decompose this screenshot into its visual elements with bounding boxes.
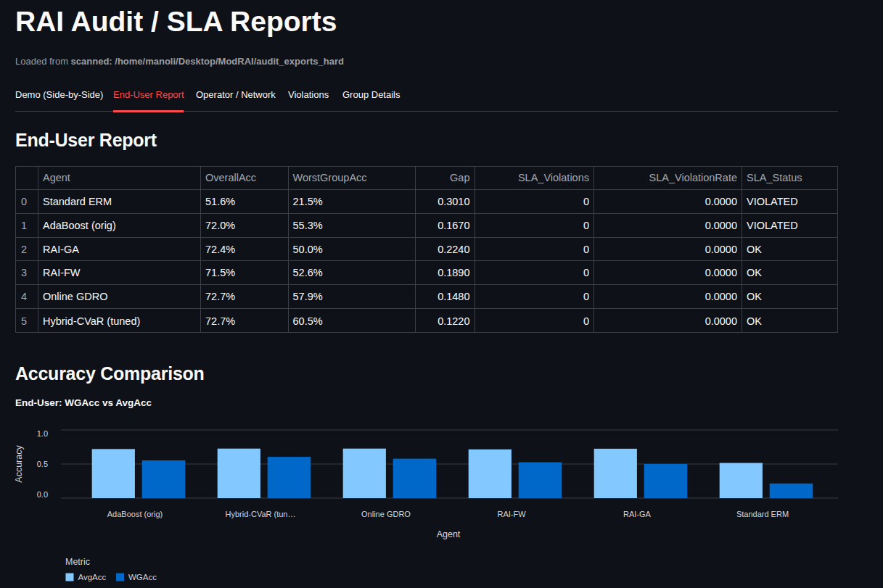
svg-text:Agent: Agent [437,529,461,539]
svg-text:Hybrid-CVaR (tun…: Hybrid-CVaR (tun… [226,510,296,518]
svg-text:AdaBoost (orig): AdaBoost (orig) [107,510,163,518]
svg-text:WGAcc: WGAcc [128,573,157,581]
svg-text:Metric: Metric [65,557,90,567]
svg-text:RAI-FW: RAI-FW [497,510,526,518]
svg-text:0.0: 0.0 [37,490,48,499]
svg-text:Online GDRO: Online GDRO [361,510,411,518]
svg-text:AvgAcc: AvgAcc [78,573,107,581]
svg-text:RAI-GA: RAI-GA [623,510,652,518]
svg-text:0.5: 0.5 [37,460,48,468]
svg-text:Accuracy: Accuracy [14,445,24,483]
svg-text:1.0: 1.0 [37,429,48,438]
svg-text:Standard ERM: Standard ERM [736,510,789,518]
